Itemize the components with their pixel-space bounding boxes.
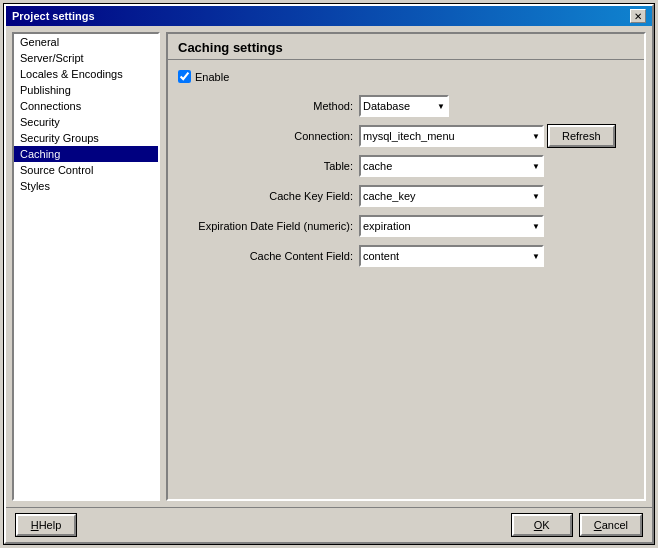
- table-select[interactable]: cache: [359, 155, 544, 177]
- bottom-bar: HHelp OK Cancel: [6, 507, 652, 542]
- table-row: Table: cache: [178, 155, 634, 177]
- sidebar-item-general[interactable]: General: [14, 34, 158, 50]
- connection-control-group: mysql_itech_menu Refresh: [359, 125, 615, 147]
- enable-row: Enable: [178, 70, 634, 83]
- close-button[interactable]: ✕: [630, 9, 646, 23]
- cancel-label: Cancel: [594, 519, 628, 531]
- table-label: Table:: [178, 160, 353, 172]
- panel-title: Caching settings: [168, 34, 644, 60]
- panel-body: Enable Method: Database Connec: [168, 60, 644, 277]
- connection-select-wrapper: mysql_itech_menu: [359, 125, 544, 147]
- sidebar-item-security[interactable]: Security: [14, 114, 158, 130]
- connection-label: Connection:: [178, 130, 353, 142]
- expiration-select-wrapper: expiration: [359, 215, 544, 237]
- cache-key-select[interactable]: cache_key: [359, 185, 544, 207]
- method-label: Method:: [178, 100, 353, 112]
- cancel-button[interactable]: Cancel: [580, 514, 642, 536]
- method-control-group: Database: [359, 95, 449, 117]
- method-select[interactable]: Database: [359, 95, 449, 117]
- cache-key-label: Cache Key Field:: [178, 190, 353, 202]
- help-label: HHelp: [31, 519, 62, 531]
- connection-select[interactable]: mysql_itech_menu: [359, 125, 544, 147]
- refresh-button[interactable]: Refresh: [548, 125, 615, 147]
- project-settings-window: Project settings ✕ General Server/Script…: [4, 4, 654, 544]
- expiration-row: Expiration Date Field (numeric): expirat…: [178, 215, 634, 237]
- cache-content-select-wrapper: content: [359, 245, 544, 267]
- sidebar-item-security-groups[interactable]: Security Groups: [14, 130, 158, 146]
- cache-key-row: Cache Key Field: cache_key: [178, 185, 634, 207]
- expiration-label: Expiration Date Field (numeric):: [178, 220, 353, 232]
- sidebar-item-locales-encodings[interactable]: Locales & Encodings: [14, 66, 158, 82]
- enable-label: Enable: [195, 71, 229, 83]
- ok-button[interactable]: OK: [512, 514, 572, 536]
- enable-checkbox[interactable]: [178, 70, 191, 83]
- window-title: Project settings: [12, 10, 95, 22]
- sidebar: General Server/Script Locales & Encoding…: [12, 32, 160, 501]
- window-content: General Server/Script Locales & Encoding…: [6, 26, 652, 507]
- method-row: Method: Database: [178, 95, 634, 117]
- expiration-select[interactable]: expiration: [359, 215, 544, 237]
- sidebar-item-styles[interactable]: Styles: [14, 178, 158, 194]
- table-select-wrapper: cache: [359, 155, 544, 177]
- cache-content-row: Cache Content Field: content: [178, 245, 634, 267]
- cache-key-select-wrapper: cache_key: [359, 185, 544, 207]
- bottom-right: OK Cancel: [512, 514, 642, 536]
- connection-row: Connection: mysql_itech_menu Refresh: [178, 125, 634, 147]
- method-select-wrapper: Database: [359, 95, 449, 117]
- help-button[interactable]: HHelp: [16, 514, 76, 536]
- sidebar-item-server-script[interactable]: Server/Script: [14, 50, 158, 66]
- cache-content-label: Cache Content Field:: [178, 250, 353, 262]
- sidebar-item-publishing[interactable]: Publishing: [14, 82, 158, 98]
- sidebar-item-caching[interactable]: Caching: [14, 146, 158, 162]
- cache-content-select[interactable]: content: [359, 245, 544, 267]
- sidebar-item-connections[interactable]: Connections: [14, 98, 158, 114]
- main-panel: Caching settings Enable Method: Database: [166, 32, 646, 501]
- title-bar: Project settings ✕: [6, 6, 652, 26]
- ok-label: OK: [534, 519, 550, 531]
- sidebar-item-source-control[interactable]: Source Control: [14, 162, 158, 178]
